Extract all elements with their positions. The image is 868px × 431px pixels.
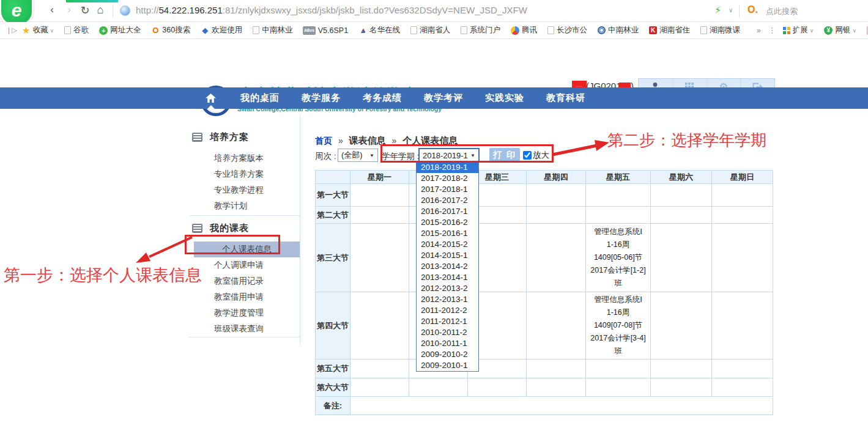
sidebar-item-培养方案版本[interactable]: 培养方案版本	[184, 150, 300, 166]
bookmark-中南林业[interactable]: 中南林业	[253, 25, 292, 35]
term-option-2013-2014-2[interactable]: 2013-2014-2	[417, 261, 478, 272]
term-option-2017-2018-1[interactable]: 2017-2018-1	[417, 184, 478, 195]
term-option-2010-2011-1[interactable]: 2010-2011-1	[417, 338, 478, 349]
timetable-corner-cell	[316, 171, 351, 184]
sidebar-item-教室借用申请[interactable]: 教室借用申请	[184, 289, 300, 305]
table-row: 第四大节管理信息系统Ⅰ 1-16周 1409[07-08]节 2017会计学[3…	[316, 292, 773, 359]
bookmark-label: 网址大全	[110, 25, 141, 35]
bookmark-湖南省住[interactable]: K湖南省住	[649, 25, 690, 35]
bookmark-名华在线[interactable]: ▲名华在线	[358, 25, 400, 35]
globe-icon	[598, 26, 606, 34]
term-option-2013-2014-1[interactable]: 2013-2014-1	[417, 272, 478, 283]
bookmark-谷歌[interactable]: 谷歌	[64, 25, 89, 35]
url-input[interactable]: http://54.222.196.251:81/znlykjdxswxy_js…	[136, 5, 527, 15]
bookmark-欢迎使用[interactable]: ◆欢迎使用	[201, 25, 242, 35]
shield-icon: ¥	[824, 26, 833, 35]
empty-cell	[351, 359, 409, 378]
term-option-2016-2017-1[interactable]: 2016-2017-1	[417, 206, 478, 217]
nav-item-考务成绩[interactable]: 考务成绩	[363, 92, 402, 104]
period-label: 第二大节	[316, 207, 351, 224]
bookmark-网银[interactable]: ¥网银∨	[824, 25, 856, 35]
sidebar-group-header[interactable]: 培养方案	[192, 131, 300, 143]
home-icon[interactable]: ⌂	[93, 4, 108, 17]
nav-item-教学考评[interactable]: 教学考评	[424, 92, 463, 104]
more-menu-icon[interactable]: ⋮	[768, 26, 776, 35]
site-icon	[120, 6, 130, 16]
day-header-星期五: 星期五	[586, 171, 651, 184]
table-row: 第三大节管理信息系统Ⅰ 1-16周 1409[05-06]节 2017会计学[1…	[316, 224, 773, 292]
bookmark-sidebar-toggle-icon[interactable]: ❘▷	[6, 26, 17, 34]
table-row: 第二大节	[316, 207, 773, 224]
bookmark-360搜索[interactable]: O360搜索	[151, 25, 190, 35]
bookmark-label: 腾讯	[522, 25, 537, 35]
empty-cell	[586, 378, 651, 397]
empty-cell	[712, 292, 773, 359]
term-option-2011-2012-2[interactable]: 2011-2012-2	[417, 305, 478, 316]
empty-cell	[527, 224, 586, 292]
week-label: 周次 :	[315, 151, 336, 162]
green-plus-icon: +	[99, 26, 108, 35]
bookmark-label: 中南林业	[608, 25, 639, 35]
search-input[interactable]: 点此搜索	[766, 6, 798, 17]
browser-tab-indicator	[66, 0, 118, 2]
sidebar-item-教学进度管理[interactable]: 教学进度管理	[184, 305, 300, 321]
nav-home-button[interactable]	[206, 94, 216, 103]
chevron-down-icon[interactable]: ∨	[729, 7, 733, 13]
term-option-2017-2018-2[interactable]: 2017-2018-2	[417, 173, 478, 184]
orange-o-icon: O	[151, 26, 160, 35]
nav-item-教育科研[interactable]: 教育科研	[546, 92, 585, 104]
term-option-2010-2011-2[interactable]: 2010-2011-2	[417, 327, 478, 338]
week-select[interactable]: (全部) ▼	[338, 149, 378, 162]
term-option-2012-2013-1[interactable]: 2012-2013-1	[417, 294, 478, 305]
sidebar-item-专业培养方案[interactable]: 专业培养方案	[184, 166, 300, 182]
bookmark-收藏[interactable]: ★收藏∨	[22, 25, 54, 35]
breadcrumb-separator: »	[338, 136, 343, 146]
bookmark-腾讯[interactable]: 腾讯	[511, 25, 537, 35]
empty-cell	[712, 359, 773, 378]
term-option-2015-2016-1[interactable]: 2015-2016-1	[417, 228, 478, 239]
nav-item-我的桌面[interactable]: 我的桌面	[240, 92, 280, 104]
nav-item-教学服务[interactable]: 教学服务	[302, 92, 341, 104]
bookmark-长沙市公[interactable]: 长沙市公	[547, 25, 587, 35]
bookmark-网址大全[interactable]: +网址大全	[99, 25, 141, 35]
bookmark-label: 湖南省住	[659, 25, 690, 35]
empty-cell	[712, 184, 773, 207]
sidebar-item-教学计划[interactable]: 教学计划	[184, 198, 300, 214]
timetable-header-row: 星期一星期二星期三星期四星期五星期六星期日	[316, 171, 773, 184]
search-engine-icon[interactable]: O.	[747, 4, 758, 15]
term-option-2014-2015-2[interactable]: 2014-2015-2	[417, 239, 478, 250]
bookmark-中南林业[interactable]: 中南林业	[598, 25, 639, 35]
nav-item-实践实验[interactable]: 实践实验	[485, 92, 524, 104]
term-option-2009-2010-1[interactable]: 2009-2010-1	[417, 360, 478, 371]
bookmark-label: 湖南省人	[420, 25, 450, 35]
bookmark-V5.6SP1[interactable]: ABvsV5.6SP1	[303, 26, 348, 35]
period-label: 第一大节	[316, 184, 351, 207]
term-option-2009-2010-2[interactable]: 2009-2010-2	[417, 349, 478, 360]
back-icon[interactable]: ‹	[45, 4, 59, 16]
home-nav-icon	[206, 94, 216, 103]
page-icon	[410, 26, 417, 34]
bookmarks-list: ★收藏∨谷歌+网址大全O360搜索◆欢迎使用中南林业ABvsV5.6SP1▲名华…	[22, 25, 751, 35]
bookmark-湖南省人[interactable]: 湖南省人	[410, 25, 450, 35]
term-option-2012-2013-2[interactable]: 2012-2013-2	[417, 283, 478, 294]
forward-icon[interactable]: ›	[62, 4, 76, 16]
squares-icon	[783, 27, 790, 34]
term-option-2011-2012-1[interactable]: 2011-2012-1	[417, 316, 478, 327]
week-select-value: (全部)	[341, 150, 363, 161]
term-option-2015-2016-2[interactable]: 2015-2016-2	[417, 217, 478, 228]
breadcrumb-home-link[interactable]: 首页	[315, 136, 332, 146]
bookmark-系统门户[interactable]: 系统门户	[461, 25, 500, 35]
sidebar-item-班级课表查询[interactable]: 班级课表查询	[184, 321, 300, 337]
sidebar-item-专业教学进程[interactable]: 专业教学进程	[184, 182, 300, 198]
browser-logo-icon[interactable]: e	[1, 0, 32, 24]
bookmark-扩展[interactable]: 扩展∨	[783, 25, 814, 35]
term-option-2018-2019-1[interactable]: 2018-2019-1	[417, 162, 478, 173]
bookmarks-overflow-icon[interactable]: »	[757, 26, 761, 35]
term-option-2016-2017-2[interactable]: 2016-2017-2	[417, 195, 478, 206]
term-option-2014-2015-1[interactable]: 2014-2015-1	[417, 250, 478, 261]
refresh-icon[interactable]: ↻	[78, 4, 92, 17]
speed-mode-icon[interactable]: ⚡	[714, 4, 721, 16]
bookmark-湖南微课[interactable]: 湖南微课	[700, 25, 740, 35]
empty-cell	[527, 359, 586, 378]
sidebar-group-header[interactable]: 我的课表	[192, 223, 300, 234]
